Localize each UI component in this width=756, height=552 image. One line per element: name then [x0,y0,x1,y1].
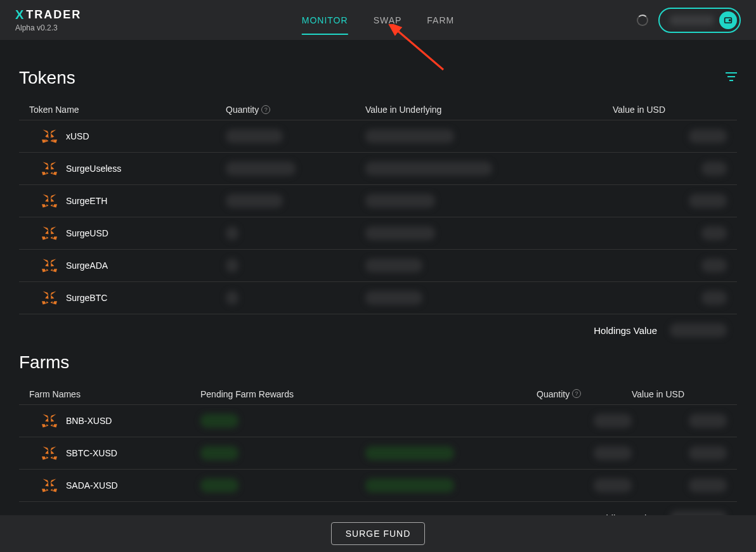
col-quantity: Quantity ? [226,105,365,115]
table-row[interactable]: SurgeUseless [19,152,737,184]
token-icon [42,193,57,209]
col-farm-name: Farm Names [29,389,200,399]
token-name: xUSD [66,131,89,141]
redacted-value [701,226,727,240]
col-usd: Value in USD [613,105,727,115]
svg-rect-3 [726,72,737,74]
tokens-holdings-row: Holdings Value [19,314,737,346]
redacted-value [226,194,283,208]
redacted-value [689,129,727,143]
surge-fund-button[interactable]: SURGE FUND [331,522,426,545]
logo-block: X TRADER Alpha v0.2.3 [15,8,81,32]
token-icon [42,413,57,428]
wallet-address-redacted [670,15,714,25]
redacted-value [365,291,422,305]
wallet-button[interactable] [658,8,741,33]
token-icon [42,478,57,493]
tokens-table: Token Name Quantity ? Value in Underlyin… [19,99,737,346]
col-rewards: Pending Farm Rewards [200,389,365,399]
table-row[interactable]: BNB-XUSD [19,404,737,437]
svg-rect-4 [727,76,735,77]
nav-swap[interactable]: SWAP [374,0,402,40]
redacted-value [226,291,238,305]
filter-button[interactable] [726,72,737,84]
app-name: TRADER [26,8,81,22]
col-token-name: Token Name [29,105,226,115]
svg-rect-5 [729,80,733,81]
token-name: SurgeUSD [66,228,108,238]
main-nav: MONITOR SWAP FARM [302,0,454,40]
col-underlying: Value in Underlying [365,105,613,115]
bottom-bar: SURGE FUND [0,515,756,552]
table-row[interactable]: SurgeETH [19,184,737,217]
redacted-value [365,478,454,492]
token-icon [42,290,57,305]
redacted-value [226,162,296,176]
farm-name: BNB-XUSD [66,416,112,426]
tokens-title: Tokens [19,68,75,88]
redacted-value [701,291,727,305]
table-row[interactable]: SurgeUSD [19,217,737,249]
token-name: SurgeETH [66,196,107,206]
redacted-value [594,478,632,492]
tokens-section-head: Tokens [19,68,737,88]
tokens-header-row: Token Name Quantity ? Value in Underlyin… [19,99,737,120]
redacted-value [701,162,727,176]
farms-table: Farm Names Pending Farm Rewards Quantity… [19,384,737,534]
farm-name: SBTC-XUSD [66,448,117,458]
app-logo[interactable]: X TRADER [15,8,81,22]
token-icon [42,446,57,461]
redacted-value [200,478,238,492]
svg-point-1 [729,20,731,21]
table-row[interactable]: SurgeADA [19,249,737,281]
token-icon [42,258,57,273]
redacted-value [200,446,238,460]
redacted-value [226,226,238,240]
token-name: SurgeADA [66,260,108,271]
version-label: Alpha v0.2.3 [15,23,81,32]
logo-x-icon: X [15,8,25,22]
token-icon [42,161,57,176]
redacted-value [689,446,727,460]
redacted-value [365,129,454,143]
redacted-value [594,446,632,460]
help-icon[interactable]: ? [261,105,270,114]
redacted-value [594,414,632,428]
token-icon [42,226,57,241]
farm-name: SADA-XUSD [66,480,118,491]
token-icon [42,129,57,144]
redacted-value [701,259,727,273]
redacted-value [226,129,283,143]
redacted-value [365,194,435,208]
farms-section-head: Farms [19,352,737,373]
holdings-label: Holdings Value [594,325,657,336]
col-farm-usd: Value in USD [632,389,727,399]
farms-header-row: Farm Names Pending Farm Rewards Quantity… [19,384,737,404]
token-name: SurgeBTC [66,293,107,303]
redacted-value [670,323,727,337]
token-name: SurgeUseless [66,164,121,174]
nav-monitor[interactable]: MONITOR [302,0,348,40]
table-row[interactable]: xUSD [19,120,737,152]
table-row[interactable]: SADA-XUSD [19,469,737,501]
loading-spinner-icon [637,15,648,26]
wallet-icon [719,11,737,29]
redacted-value [365,259,422,273]
app-header: X TRADER Alpha v0.2.3 MONITOR SWAP FARM [0,0,756,40]
redacted-value [365,162,492,176]
table-row[interactable]: SurgeBTC [19,281,737,314]
redacted-value [689,414,727,428]
filter-icon [726,72,737,81]
redacted-value [200,414,238,428]
redacted-value [365,226,435,240]
farms-title: Farms [19,352,69,373]
redacted-value [689,478,727,492]
redacted-value [226,259,238,273]
help-icon[interactable]: ? [572,389,581,398]
col-farm-qty: Quantity ? [537,389,632,399]
table-row[interactable]: SBTC-XUSD [19,437,737,469]
redacted-value [365,446,454,460]
redacted-value [689,194,727,208]
nav-farm[interactable]: FARM [427,0,454,40]
header-right [637,8,741,33]
